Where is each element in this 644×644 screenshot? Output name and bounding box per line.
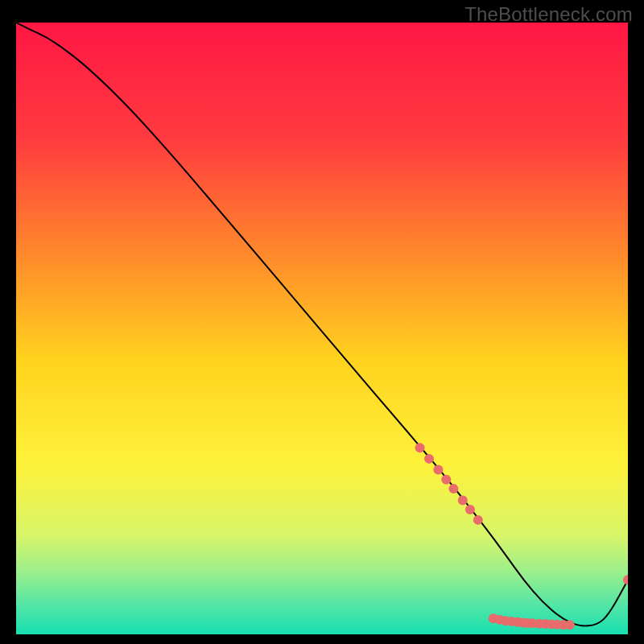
data-point — [415, 443, 425, 452]
gradient-background — [16, 23, 628, 634]
chart-svg — [16, 23, 628, 634]
data-point — [465, 505, 475, 514]
data-point — [473, 515, 483, 525]
data-point — [441, 475, 451, 485]
data-point — [433, 465, 443, 475]
data-point — [424, 454, 434, 464]
watermark-text: TheBottleneck.com — [464, 3, 633, 26]
data-point — [565, 620, 575, 630]
data-point — [448, 484, 458, 493]
data-point — [458, 496, 468, 506]
chart-stage: TheBottleneck.com — [0, 0, 644, 644]
chart-plot-area — [16, 23, 628, 634]
